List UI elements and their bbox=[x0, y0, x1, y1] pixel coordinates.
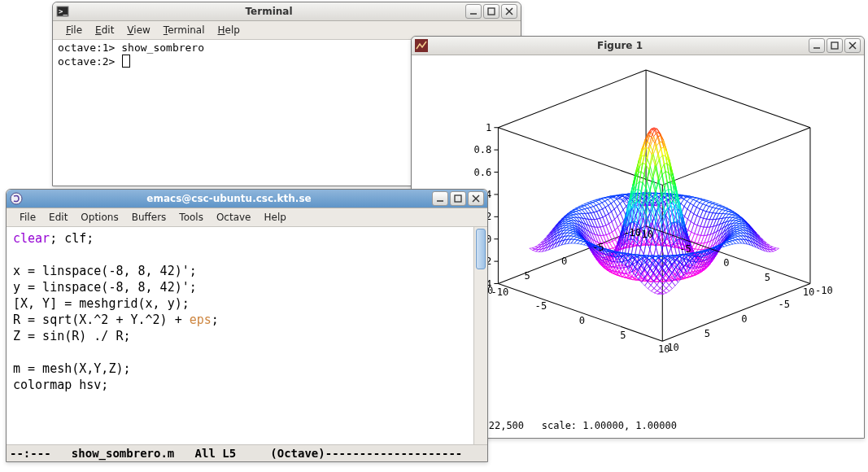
svg-text:>_: >_ bbox=[59, 7, 68, 15]
svg-text:5: 5 bbox=[765, 272, 770, 283]
menu-terminal[interactable]: Terminal bbox=[157, 23, 212, 37]
svg-rect-8 bbox=[831, 42, 838, 49]
minimize-button[interactable] bbox=[809, 38, 825, 53]
scrollbar-thumb[interactable] bbox=[476, 229, 486, 269]
emacs-icon bbox=[10, 192, 23, 205]
svg-text:5: 5 bbox=[524, 270, 530, 282]
prompt: octave:2> bbox=[58, 55, 115, 68]
svg-line-15 bbox=[498, 70, 646, 128]
menu-view[interactable]: View bbox=[120, 23, 156, 37]
svg-line-1718 bbox=[662, 284, 810, 342]
emacs-window: emacs@csc-ubuntu.csc.kth.se File Edit Op… bbox=[6, 189, 488, 462]
terminal-title: Terminal bbox=[74, 6, 464, 17]
svg-text:0: 0 bbox=[561, 256, 567, 267]
svg-text:-5: -5 bbox=[592, 242, 604, 253]
svg-text:-10: -10 bbox=[491, 286, 508, 298]
svg-text:-5: -5 bbox=[779, 299, 791, 310]
svg-text:0: 0 bbox=[579, 315, 585, 326]
kw-eps: eps bbox=[190, 312, 212, 327]
emacs-title: emacs@csc-ubuntu.csc.kth.se bbox=[28, 193, 430, 204]
kw-clear: clear bbox=[13, 231, 50, 246]
code-line: R = sqrt(X.^2 + Y.^2) + bbox=[13, 312, 190, 327]
menu-help[interactable]: Help bbox=[258, 210, 293, 225]
svg-text:10: 10 bbox=[803, 286, 815, 298]
scrollbar[interactable] bbox=[473, 227, 487, 444]
code-line: [X, Y] = meshgrid(x, y); bbox=[13, 296, 190, 311]
svg-text:10: 10 bbox=[667, 342, 679, 353]
emacs-statusbar: --:--- show_sombrero.m All L5 (Octave)--… bbox=[7, 444, 487, 461]
gnuplot-icon bbox=[415, 39, 428, 52]
maximize-button[interactable] bbox=[827, 38, 843, 53]
svg-text:0: 0 bbox=[741, 313, 747, 325]
svg-text:5: 5 bbox=[704, 328, 710, 339]
terminal-cmd: show_sombrero bbox=[121, 42, 204, 54]
code-line: colormap hsv; bbox=[13, 378, 108, 392]
status-coord: 322,500 bbox=[482, 420, 524, 431]
svg-line-11 bbox=[498, 284, 662, 342]
svg-rect-1742 bbox=[455, 195, 461, 202]
menu-file[interactable]: File bbox=[13, 210, 42, 225]
emacs-menubar: File Edit Options Buffers Tools Octave H… bbox=[7, 208, 487, 227]
menu-file[interactable]: File bbox=[59, 23, 89, 37]
menu-edit[interactable]: Edit bbox=[42, 210, 74, 225]
figure-titlebar[interactable]: Figure 1 bbox=[412, 37, 864, 55]
close-button[interactable] bbox=[468, 191, 484, 206]
emacs-titlebar[interactable]: emacs@csc-ubuntu.csc.kth.se bbox=[7, 190, 487, 208]
cursor bbox=[122, 55, 130, 68]
code-line: x = linspace(-8, 8, 42)'; bbox=[13, 264, 197, 278]
svg-text:0.8: 0.8 bbox=[473, 144, 491, 155]
menu-help[interactable]: Help bbox=[212, 23, 246, 37]
maximize-button[interactable] bbox=[450, 191, 466, 206]
menu-edit[interactable]: Edit bbox=[89, 23, 120, 37]
svg-text:-5: -5 bbox=[535, 300, 547, 312]
svg-rect-3 bbox=[488, 8, 495, 15]
svg-text:5: 5 bbox=[620, 330, 626, 341]
menu-buffers[interactable]: Buffers bbox=[125, 210, 173, 225]
svg-text:0: 0 bbox=[723, 257, 729, 269]
emacs-content: clear; clf; x = linspace(-8, 8, 42)'; y … bbox=[7, 227, 487, 444]
menu-tools[interactable]: Tools bbox=[172, 210, 210, 225]
code-line: Z = sin(R) ./ R; bbox=[13, 329, 131, 343]
figure-title: Figure 1 bbox=[433, 40, 807, 51]
terminal-titlebar[interactable]: >_ Terminal bbox=[53, 2, 521, 21]
svg-text:-5: -5 bbox=[679, 243, 691, 255]
svg-text:-10: -10 bbox=[623, 227, 641, 238]
svg-line-19 bbox=[646, 70, 810, 128]
code-line: m = mesh(X,Y,Z); bbox=[13, 361, 131, 376]
svg-text:0.6: 0.6 bbox=[473, 167, 491, 178]
status-scale: scale: 1.00000, 1.00000 bbox=[542, 420, 677, 431]
code-area[interactable]: clear; clf; x = linspace(-8, 8, 42)'; y … bbox=[7, 227, 473, 444]
menu-octave[interactable]: Octave bbox=[210, 210, 258, 225]
minimize-button[interactable] bbox=[432, 191, 448, 206]
svg-text:-10: -10 bbox=[815, 285, 833, 296]
code-line: y = linspace(-8, 8, 42)'; bbox=[13, 280, 197, 295]
terminal-icon: >_ bbox=[56, 5, 69, 18]
svg-text:1: 1 bbox=[486, 122, 491, 133]
maximize-button[interactable] bbox=[483, 4, 499, 19]
svg-line-18 bbox=[662, 128, 810, 186]
close-button[interactable] bbox=[844, 38, 861, 53]
minimize-button[interactable] bbox=[465, 4, 482, 19]
menu-options[interactable]: Options bbox=[74, 210, 124, 225]
svg-point-1740 bbox=[11, 193, 22, 204]
close-button[interactable] bbox=[501, 4, 517, 19]
prompt: octave:1> bbox=[58, 42, 115, 54]
